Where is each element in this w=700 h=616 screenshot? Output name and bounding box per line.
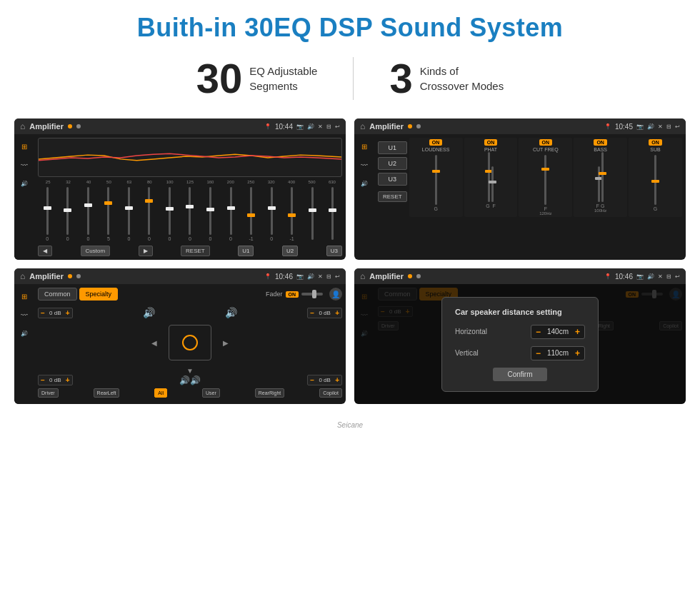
speaker-icon-1[interactable]: 🔊 bbox=[18, 177, 31, 190]
home-icon-2[interactable]: ⌂ bbox=[360, 121, 365, 131]
eq-slider-8[interactable]: 0 bbox=[201, 187, 220, 241]
u1-btn-1[interactable]: U1 bbox=[238, 246, 254, 256]
eq-slider-11[interactable]: 0 bbox=[262, 187, 281, 241]
on-badge-cutfreq[interactable]: ON bbox=[539, 139, 553, 146]
db-rr-minus[interactable]: − bbox=[310, 376, 314, 384]
db-fr-plus[interactable]: + bbox=[335, 309, 339, 317]
eq-icon-3[interactable]: ⊞ bbox=[18, 290, 31, 303]
on-badge-bass[interactable]: ON bbox=[594, 139, 607, 146]
fader-on-toggle[interactable]: ON bbox=[286, 291, 299, 298]
db-fr[interactable]: − 0 dB + bbox=[307, 308, 342, 318]
u2-btn-1[interactable]: U2 bbox=[282, 246, 298, 256]
close-icon-1[interactable]: ✕ bbox=[318, 123, 323, 130]
speaker-icon-fl: 🔊 bbox=[143, 307, 155, 318]
vertical-minus[interactable]: − bbox=[536, 348, 541, 358]
wave-icon-2[interactable]: 〰 bbox=[358, 158, 371, 171]
slider-loudness[interactable] bbox=[435, 155, 437, 205]
reset-btn-2[interactable]: RESET bbox=[378, 191, 407, 202]
tab-common-3[interactable]: Common bbox=[38, 288, 77, 301]
eq-icon-2[interactable]: ⊞ bbox=[358, 140, 371, 153]
speaker-icon-2[interactable]: 🔊 bbox=[358, 177, 371, 190]
on-badge-loudness[interactable]: ON bbox=[429, 139, 443, 146]
stat-eq-number: 30 bbox=[196, 58, 243, 99]
eq-slider-12[interactable]: -1 bbox=[282, 187, 301, 241]
eq-slider-13[interactable] bbox=[303, 187, 322, 241]
slider-bass-g[interactable] bbox=[601, 152, 604, 202]
db-fl-plus[interactable]: + bbox=[66, 309, 70, 317]
back-icon-2[interactable]: ↩ bbox=[675, 123, 680, 130]
minimize-icon-4[interactable]: ⊟ bbox=[666, 273, 671, 280]
db-fl-minus[interactable]: − bbox=[41, 309, 45, 317]
db-rl-minus[interactable]: − bbox=[41, 376, 45, 384]
eq-slider-10[interactable]: -1 bbox=[241, 187, 261, 241]
rearright-btn[interactable]: RearRight bbox=[255, 388, 285, 398]
minimize-icon-3[interactable]: ⊟ bbox=[326, 273, 331, 280]
fader-track[interactable] bbox=[301, 293, 323, 296]
val-sub: G bbox=[654, 206, 657, 211]
eq-slider-5[interactable]: 0 bbox=[140, 187, 159, 241]
back-icon-4[interactable]: ↩ bbox=[675, 273, 680, 280]
db-rl-plus[interactable]: + bbox=[66, 376, 70, 384]
eq-icon-1[interactable]: ⊞ bbox=[18, 140, 31, 153]
horizontal-minus[interactable]: − bbox=[536, 327, 541, 337]
bottom-labels-3: Driver RearLeft All User RearRight Copil… bbox=[38, 388, 342, 398]
home-icon-1[interactable]: ⌂ bbox=[20, 121, 25, 131]
minimize-icon-2[interactable]: ⊟ bbox=[666, 123, 671, 130]
arrow-down-btn[interactable]: ▼ bbox=[186, 367, 194, 375]
copilot-btn[interactable]: Copilot bbox=[319, 388, 342, 398]
eq-sliders: 0 0 0 5 0 0 0 0 0 0 -1 0 -1 bbox=[38, 186, 342, 243]
slider-sub[interactable] bbox=[654, 155, 656, 205]
location-icon-1: 📍 bbox=[264, 123, 271, 130]
horizontal-plus[interactable]: + bbox=[575, 327, 580, 337]
rearleft-btn[interactable]: RearLeft bbox=[94, 388, 120, 398]
eq-slider-0[interactable]: 0 bbox=[38, 187, 57, 241]
slider-phat-f[interactable] bbox=[491, 166, 494, 202]
vertical-plus[interactable]: + bbox=[575, 348, 580, 358]
wave-icon-1[interactable]: 〰 bbox=[18, 158, 31, 171]
eq-slider-1[interactable]: 0 bbox=[59, 187, 78, 241]
db-rr-plus[interactable]: + bbox=[335, 376, 339, 384]
close-icon-3[interactable]: ✕ bbox=[318, 273, 323, 280]
on-badge-sub[interactable]: ON bbox=[649, 139, 662, 146]
minimize-icon-1[interactable]: ⊟ bbox=[326, 123, 331, 130]
u3-btn-2[interactable]: U3 bbox=[378, 173, 407, 186]
eq-slider-2[interactable]: 0 bbox=[79, 187, 98, 241]
user-btn[interactable]: User bbox=[202, 388, 220, 398]
home-icon-4[interactable]: ⌂ bbox=[360, 271, 365, 281]
arrow-right-btn[interactable]: ▶ bbox=[223, 339, 229, 347]
eq-slider-7[interactable]: 0 bbox=[181, 187, 200, 241]
close-icon-2[interactable]: ✕ bbox=[658, 123, 663, 130]
horizontal-control[interactable]: − 140cm + bbox=[531, 325, 585, 339]
u2-btn-2[interactable]: U2 bbox=[378, 157, 407, 170]
eq-slider-6[interactable]: 0 bbox=[160, 187, 179, 241]
tab-specialty-3[interactable]: Specialty bbox=[79, 288, 119, 301]
db-fl[interactable]: − 0 dB + bbox=[38, 308, 73, 318]
reset-btn-1[interactable]: RESET bbox=[181, 246, 210, 256]
close-icon-4[interactable]: ✕ bbox=[658, 273, 663, 280]
back-icon-1[interactable]: ↩ bbox=[335, 123, 340, 130]
db-fr-minus[interactable]: − bbox=[310, 309, 314, 317]
next-btn[interactable]: ▶ bbox=[139, 246, 153, 256]
eq-slider-3[interactable]: 5 bbox=[99, 187, 119, 241]
person-icon-3[interactable]: 👤 bbox=[329, 288, 342, 301]
arrow-left-btn[interactable]: ◀ bbox=[151, 339, 157, 347]
home-icon-3[interactable]: ⌂ bbox=[20, 271, 25, 281]
eq-slider-14[interactable] bbox=[323, 187, 342, 241]
confirm-button[interactable]: Confirm bbox=[493, 368, 546, 381]
db-rr[interactable]: − 0 dB + bbox=[307, 375, 342, 385]
u1-btn-2[interactable]: U1 bbox=[378, 141, 407, 154]
driver-btn[interactable]: Driver bbox=[38, 388, 59, 398]
slider-cutfreq[interactable] bbox=[544, 155, 546, 205]
speaker-icon-3[interactable]: 🔊 bbox=[18, 327, 31, 340]
on-badge-phat[interactable]: ON bbox=[484, 139, 498, 146]
prev-btn[interactable]: ◀ bbox=[38, 246, 52, 256]
vertical-control[interactable]: − 110cm + bbox=[531, 346, 585, 360]
all-btn[interactable]: All bbox=[154, 388, 167, 398]
eq-slider-4[interactable]: 0 bbox=[119, 187, 139, 241]
back-icon-3[interactable]: ↩ bbox=[335, 273, 340, 280]
u3-btn-1[interactable]: U3 bbox=[326, 246, 342, 256]
slider-phat-g[interactable] bbox=[488, 152, 490, 202]
wave-icon-3[interactable]: 〰 bbox=[18, 308, 31, 321]
db-rl[interactable]: − 0 dB + bbox=[38, 375, 73, 385]
eq-slider-9[interactable]: 0 bbox=[221, 187, 241, 241]
